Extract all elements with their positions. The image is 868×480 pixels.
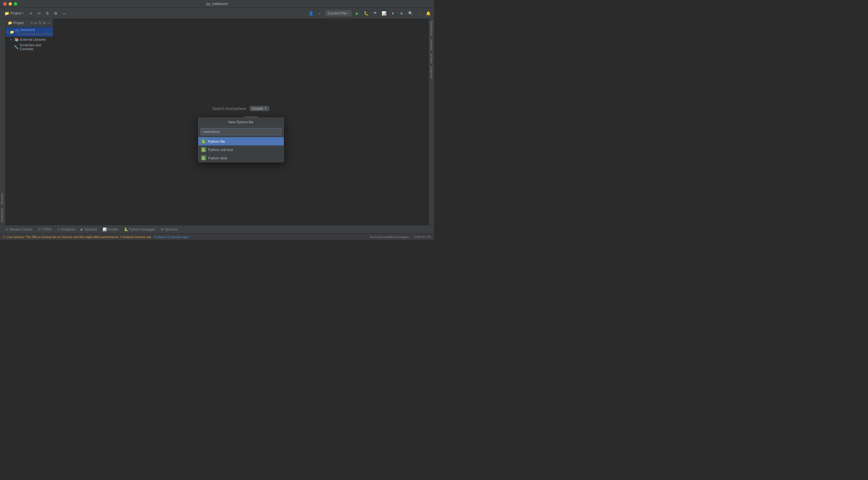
- collapse-all-icon[interactable]: ≡: [31, 21, 33, 25]
- version-control-icon: ⎇: [4, 227, 8, 231]
- sort-icon[interactable]: ⇅: [38, 21, 41, 25]
- panel-header-icons: ≡ ≔ ⇅ ⚙ —: [31, 21, 51, 25]
- python-packages-icon: 🐍: [124, 227, 128, 231]
- profile-button[interactable]: 📊: [380, 10, 388, 17]
- python-file-icon: 🐍: [201, 139, 206, 144]
- warning-icon: ⚠: [3, 235, 5, 238]
- tab-terminal[interactable]: ▶ Terminal: [79, 227, 99, 232]
- settings-icon[interactable]: ⚙: [43, 21, 46, 25]
- services-icon: ⚙: [161, 227, 164, 231]
- settings-button[interactable]: ⚙: [52, 10, 59, 17]
- popup-item-python-file[interactable]: 🐍 Python file: [198, 137, 284, 146]
- tree-arrow-collapsed: ▸: [10, 38, 13, 41]
- scroll-from-source-button[interactable]: ≔: [35, 10, 43, 17]
- project-panel: 📁 Project ≡ ≔ ⇅ ⚙ — ▾ 📁 py_helloword ~/D…: [5, 19, 53, 225]
- status-right: Scanning installed packages... GSIN 87.2…: [370, 235, 431, 238]
- tree-item-scratches[interactable]: 🔧 Scratches and Consoles: [5, 42, 53, 52]
- search-everywhere-hint: Search Everywhere Double ⇧: [212, 106, 270, 111]
- green-check-icon[interactable]: ✓: [316, 10, 323, 17]
- problems-label: Problems: [61, 227, 75, 231]
- sidebar-item-endpoints[interactable]: Endpoints: [429, 65, 433, 79]
- notifications-icon[interactable]: 🔔: [425, 10, 432, 17]
- popup-item-python-unit-test[interactable]: 🐍 Python unit test: [198, 146, 284, 154]
- version-control-label: Version Control: [9, 227, 32, 231]
- coverage-button[interactable]: ☂: [371, 10, 378, 17]
- python-unit-test-icon: 🐍: [201, 147, 206, 152]
- panel-title: Project: [13, 21, 24, 25]
- maximize-button[interactable]: [14, 2, 17, 5]
- run-configuration-selector[interactable]: Current File ▾: [325, 10, 352, 17]
- python-file-label: Python file: [208, 139, 225, 143]
- minimize-button[interactable]: [9, 2, 12, 5]
- sidebar-item-database[interactable]: Database: [429, 38, 433, 52]
- tree-item-project-root[interactable]: ▾ 📁 py_helloword ~/Documents/py/py_hello…: [5, 27, 53, 37]
- tab-python-packages[interactable]: 🐍 Python Packages: [122, 227, 157, 232]
- project-label: Project: [10, 11, 21, 15]
- tree-arrow-expand: ▾: [7, 31, 9, 34]
- collapse-all-button[interactable]: ≡: [27, 10, 34, 17]
- sort-button[interactable]: ⇅: [44, 10, 51, 17]
- new-file-name-input[interactable]: [200, 128, 281, 135]
- python-packages-label: Python Packages: [129, 227, 155, 231]
- close-panel-button[interactable]: —: [60, 10, 68, 17]
- configure-link[interactable]: Configure (3 minutes ago): [153, 235, 189, 238]
- tree-item-external-libraries[interactable]: ▸ 📚 External Libraries: [5, 37, 53, 42]
- vcs-icon[interactable]: 👤: [307, 10, 314, 17]
- right-sidebar: Notifications Database SciView Endpoints: [429, 19, 434, 225]
- more-run-button[interactable]: ▾: [389, 10, 396, 17]
- services-label: Services: [165, 227, 178, 231]
- bottom-bar: ⎇ Version Control ☑ TODO ⚠ Problems ▶ Te…: [0, 225, 434, 233]
- window-controls: [3, 2, 17, 5]
- run-button[interactable]: ▶: [353, 10, 361, 17]
- scanning-text: Scanning installed packages...: [370, 235, 411, 238]
- current-file-arrow: ▾: [348, 12, 349, 15]
- terminal-label: Terminal: [84, 227, 97, 231]
- tab-problems[interactable]: ⚠ Problems: [55, 227, 78, 232]
- search-everywhere-button[interactable]: 🔍: [407, 10, 414, 17]
- stop-button[interactable]: ■: [398, 10, 405, 17]
- python-stub-icon: 🐍: [201, 156, 206, 160]
- python-stub-label: Python stub: [208, 156, 227, 160]
- sidebar-item-notifications[interactable]: Notifications: [429, 20, 433, 37]
- project-dropdown-arrow: ▾: [23, 12, 24, 15]
- folder-icon: 📁: [8, 21, 12, 25]
- external-libraries-label: External Libraries: [20, 38, 46, 41]
- main-layout: Structure Bookmarks 📁 Project ≡ ≔ ⇅ ⚙ — …: [0, 19, 434, 225]
- scroll-icon[interactable]: ≔: [34, 21, 37, 25]
- close-button[interactable]: [3, 2, 7, 5]
- popup-input-row: [198, 127, 284, 137]
- tab-services[interactable]: ⚙ Services: [158, 227, 180, 232]
- warning-text: Low memory: The IDE is running low on me…: [7, 235, 151, 238]
- search-shortcut: Double ⇧: [250, 106, 270, 111]
- problems-icon: ⚠: [57, 227, 60, 231]
- far-left-tabs: Structure Bookmarks: [0, 19, 5, 225]
- hide-icon[interactable]: —: [47, 21, 51, 25]
- git-info: GSIN 87.2%: [414, 235, 431, 238]
- project-panel-header: 📁 Project ≡ ≔ ⇅ ⚙ —: [5, 19, 53, 27]
- window-title: py_helloword: [206, 2, 228, 6]
- current-file-label: Current File: [328, 11, 347, 15]
- scratches-label: Scratches and Consoles: [20, 43, 51, 51]
- main-toolbar: 📁 Project ▾ ≡ ≔ ⇅ ⚙ — 👤 ✓ Current File ▾…: [0, 8, 434, 19]
- new-python-file-popup: New Python file 🐍 Python file 🐍 Python u…: [198, 118, 284, 162]
- project-root-label: py_helloword ~/Documents/py/py_helloword: [15, 28, 53, 36]
- tab-todo[interactable]: ☑ TODO: [35, 227, 54, 232]
- update-icon[interactable]: ↑: [416, 10, 423, 17]
- tab-version-control[interactable]: ⎇ Version Control: [2, 227, 34, 232]
- sidebar-item-structure[interactable]: Structure: [0, 192, 5, 205]
- sidebar-item-bookmarks[interactable]: Bookmarks: [0, 207, 5, 223]
- libraries-icon: 📚: [14, 37, 19, 41]
- status-bar: ⚠ Low memory: The IDE is running low on …: [0, 233, 434, 240]
- popup-item-python-stub[interactable]: 🐍 Python stub: [198, 154, 284, 162]
- toolbar-right: 👤 ✓ Current File ▾ ▶ 🐛 ☂ 📊 ▾ ■ 🔍 ↑ 🔔: [307, 10, 432, 17]
- tab-profiler[interactable]: 📊 Profiler: [100, 227, 121, 232]
- project-name: py_helloword: [15, 28, 35, 32]
- sidebar-item-sciview[interactable]: SciView: [429, 52, 433, 64]
- todo-label: TODO: [42, 227, 51, 231]
- todo-icon: ☑: [38, 227, 41, 231]
- profiler-label: Profiler: [108, 227, 118, 231]
- project-button[interactable]: 📁 Project ▾: [2, 10, 26, 17]
- project-folder-icon: 📁: [10, 30, 14, 34]
- popup-title: New Python file: [198, 118, 284, 127]
- debug-button[interactable]: 🐛: [363, 10, 370, 17]
